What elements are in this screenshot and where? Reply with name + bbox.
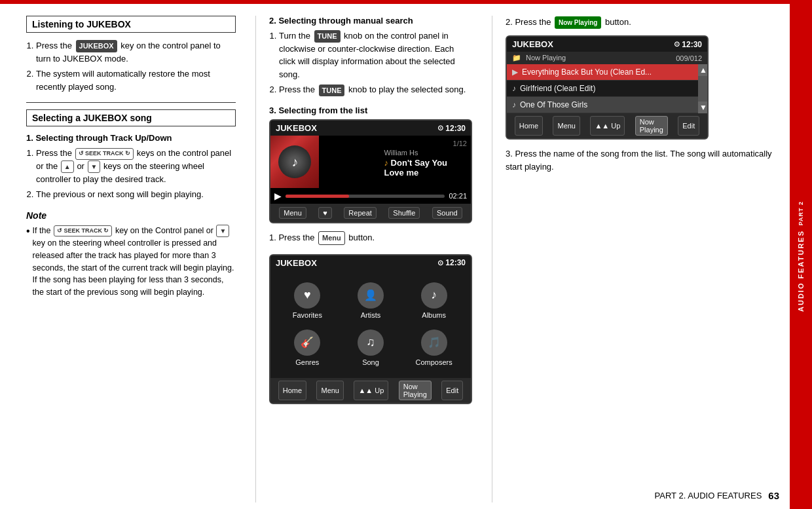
now-playing-button: Now Playing bbox=[555, 16, 601, 29]
list-item-3-text: One Of Those Girls bbox=[520, 100, 587, 109]
up-arrow-button: ▲ bbox=[61, 160, 74, 173]
composers-icon: 🎵 bbox=[421, 330, 447, 356]
up-nav-btn-2[interactable]: ▲▲ Up bbox=[590, 116, 625, 136]
menu-button-label: Menu bbox=[318, 231, 345, 245]
page-number-area: PART 2. AUDIO FEATURES 63 bbox=[655, 490, 779, 501]
note-icon-list-2: ♪ bbox=[512, 84, 516, 93]
favorites-icon: ♥ bbox=[294, 282, 320, 309]
jukebox-art-info: ♪ 1/12 William Hs ♪ Don't Say You Love m… bbox=[270, 136, 471, 188]
play-button: ▶ bbox=[274, 191, 282, 201]
sound-ctrl-btn[interactable]: Sound bbox=[432, 207, 462, 219]
menu-icon-composers: 🎵 Composers bbox=[402, 324, 466, 371]
from-list-title: 3. Selecting from the list bbox=[269, 105, 472, 115]
list-item-1-text: Everything Back But You (Clean Ed... bbox=[522, 67, 652, 77]
right-sidebar: part 2 AUDIO FEATURES bbox=[790, 4, 812, 509]
edit-nav-btn-2[interactable]: Edit bbox=[678, 116, 699, 136]
part-label: part 2 bbox=[798, 201, 804, 225]
progress-bar-fill bbox=[286, 195, 349, 198]
jukebox-button: JUKEBOX bbox=[76, 40, 117, 52]
track-updown-step-2: The previous or next song will begin pla… bbox=[36, 188, 236, 201]
note-icon-list-3: ♪ bbox=[512, 100, 516, 109]
listening-step-2: The system will automatically restore th… bbox=[36, 67, 236, 93]
listening-title: Listening to JUKEBOX bbox=[32, 19, 230, 29]
tune-button-2: TUNE bbox=[319, 85, 345, 97]
down-arrow-button: ▼ bbox=[88, 160, 101, 173]
menu-icon-favorites: ♥ Favorites bbox=[276, 277, 339, 324]
jukebox-nav-3: Home Menu ▲▲ Up NowPlaying Edit bbox=[270, 378, 471, 403]
time-display: 02:21 bbox=[449, 192, 467, 200]
list-item-3[interactable]: ♪ One Of Those Girls bbox=[507, 97, 698, 113]
divider-1 bbox=[26, 102, 236, 103]
repeat-ctrl-btn[interactable]: Repeat bbox=[344, 207, 376, 219]
sidebar-label: AUDIO FEATURES bbox=[797, 230, 805, 312]
genres-icon: 🎸 bbox=[294, 330, 320, 356]
from-list-section: 3. Selecting from the list JUKEBOX ⊙ 12:… bbox=[269, 105, 472, 245]
down-arrow-note: ▼ bbox=[216, 225, 229, 237]
list-items-area: ▶ Everything Back But You (Clean Ed... ♪… bbox=[507, 64, 698, 113]
scrollbar: ▲ ▼ bbox=[698, 64, 707, 113]
album-art-inner: ♪ bbox=[278, 145, 311, 178]
listening-steps: Press the JUKEBOX key on the control pan… bbox=[26, 39, 236, 93]
now-playing-subheader: 📁 Now Playing bbox=[512, 54, 566, 62]
track-name: ♪ Don't Say You Love me bbox=[384, 158, 467, 178]
menu-nav-btn-3[interactable]: Menu bbox=[316, 381, 344, 400]
from-list-step3: 3. Press the name of the song from the l… bbox=[506, 147, 777, 173]
selecting-section-header: Selecting a JUKEBOX song bbox=[26, 109, 236, 126]
manual-search-step-1: Turn the TUNE knob on the control panel … bbox=[279, 29, 472, 81]
manual-search-step-2: Press the TUNE knob to play the selected… bbox=[279, 83, 472, 96]
track-info: 1/12 William Hs ♪ Don't Say You Love me bbox=[381, 136, 471, 188]
home-nav-btn-2[interactable]: Home bbox=[515, 116, 543, 136]
progress-row: ▶ 02:21 bbox=[274, 191, 467, 201]
seek-track-button: ↺ SEEK TRACK ↻ bbox=[75, 148, 134, 160]
page-number: 63 bbox=[768, 490, 779, 501]
clock-icon-1: ⊙ bbox=[437, 124, 443, 132]
jukebox-header-1: JUKEBOX ⊙ 12:30 bbox=[270, 121, 471, 136]
progress-area: ▶ 02:21 bbox=[270, 188, 471, 204]
scroll-down-btn[interactable]: ▼ bbox=[698, 102, 707, 113]
heart-ctrl-btn[interactable]: ♥ bbox=[318, 207, 332, 219]
menu-icon-albums: ♪ Albums bbox=[402, 277, 466, 324]
scroll-up-btn[interactable]: ▲ bbox=[698, 64, 707, 76]
favorites-label: Favorites bbox=[293, 311, 322, 319]
listening-step-1: Press the JUKEBOX key on the control pan… bbox=[36, 39, 236, 65]
middle-column: 2. Selecting through manual search Turn … bbox=[263, 16, 485, 502]
track-updown-steps: Press the ↺ SEEK TRACK ↻ keys on the con… bbox=[26, 147, 236, 201]
home-nav-btn-3[interactable]: Home bbox=[278, 381, 306, 400]
folder-icon: 📁 bbox=[512, 54, 521, 62]
list-item-2[interactable]: ♪ Girlfriend (Clean Edit) bbox=[507, 81, 698, 97]
edit-nav-btn-3[interactable]: Edit bbox=[441, 381, 463, 400]
jukebox-clock-3: ⊙ 12:30 bbox=[437, 258, 466, 267]
note-section: Note • If the ↺ SEEK TRACK ↻ key on the … bbox=[26, 210, 236, 299]
jukebox-title-3: JUKEBOX bbox=[276, 258, 317, 268]
music-note-icon: ♪ bbox=[291, 155, 298, 170]
clock-icon-3: ⊙ bbox=[437, 259, 443, 267]
song-label: Song bbox=[362, 358, 379, 366]
seek-track-button-note: ↺ SEEK TRACK ↻ bbox=[54, 225, 113, 237]
now-playing-nav-btn-3[interactable]: NowPlaying bbox=[399, 381, 432, 400]
from-list-step2: 2. Press the Now Playing button. bbox=[506, 16, 777, 29]
menu-ctrl-btn[interactable]: Menu bbox=[279, 207, 306, 219]
left-column: Listening to JUKEBOX Press the JUKEBOX k… bbox=[26, 16, 249, 502]
artists-icon: 👤 bbox=[358, 282, 384, 309]
jukebox-nav-2: Home Menu ▲▲ Up NowPlaying Edit bbox=[507, 113, 707, 138]
menu-icon-genres: 🎸 Genres bbox=[276, 324, 339, 371]
list-item-1[interactable]: ▶ Everything Back But You (Clean Ed... bbox=[507, 64, 698, 81]
jukebox-screen-1: JUKEBOX ⊙ 12:30 ♪ bbox=[269, 119, 472, 223]
now-playing-nav-btn-2[interactable]: NowPlaying bbox=[635, 116, 668, 136]
list-item-row: ▶ Everything Back But You (Clean Ed... ♪… bbox=[507, 64, 707, 113]
track-updown-section: 1. Selecting through Track Up/Down Press… bbox=[26, 133, 236, 201]
menu-nav-btn-2[interactable]: Menu bbox=[553, 116, 580, 136]
track-count: 009/012 bbox=[676, 54, 702, 62]
note-bullet-symbol: • bbox=[26, 225, 30, 299]
col-divider-2 bbox=[492, 16, 492, 502]
up-nav-btn-3[interactable]: ▲▲ Up bbox=[354, 381, 388, 400]
jukebox-clock-2: ⊙ 12:30 bbox=[674, 40, 702, 49]
play-icon-list: ▶ bbox=[512, 67, 518, 77]
list-item-2-text: Girlfriend (Clean Edit) bbox=[520, 84, 595, 93]
jukebox-controls-1: Menu ♥ Repeat Shuffle Sound bbox=[270, 204, 471, 222]
manual-search-section: 2. Selecting through manual search Turn … bbox=[269, 16, 472, 96]
jukebox-list-screen: 📁 Now Playing 009/012 ▶ Everything Back … bbox=[507, 52, 707, 113]
menu-icon-artists: 👤 Artists bbox=[339, 277, 403, 324]
shuffle-ctrl-btn[interactable]: Shuffle bbox=[388, 207, 420, 219]
jukebox-screen-2: JUKEBOX ⊙ 12:30 📁 Now Playing 009/012 bbox=[506, 35, 709, 140]
